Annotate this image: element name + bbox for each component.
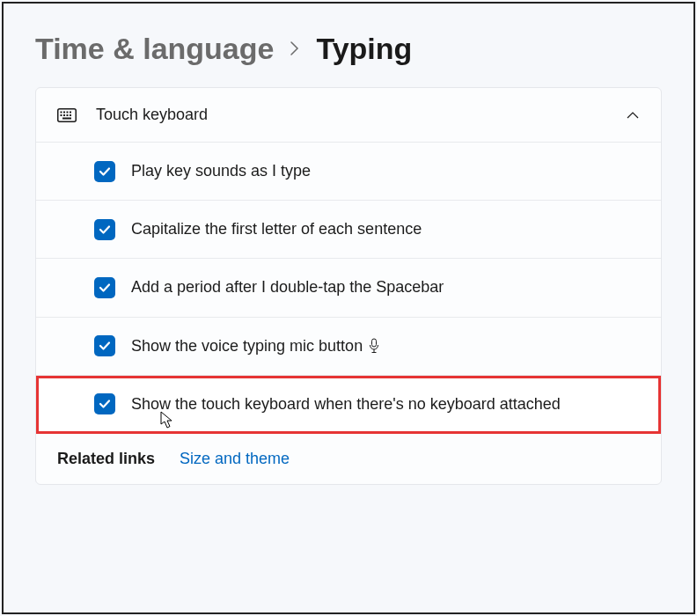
option-label: Show the voice typing mic button xyxy=(131,335,380,357)
svg-rect-2 xyxy=(63,111,65,113)
svg-rect-9 xyxy=(62,117,71,119)
option-show-voice-typing-mic[interactable]: Show the voice typing mic button xyxy=(36,318,661,376)
svg-rect-10 xyxy=(372,339,377,347)
option-label: Capitalize the first letter of each sent… xyxy=(131,218,422,240)
option-label: Add a period after I double-tap the Spac… xyxy=(131,276,444,298)
checkbox-show-voice-typing-mic[interactable] xyxy=(94,335,115,356)
keyboard-icon xyxy=(57,108,77,122)
svg-rect-6 xyxy=(63,114,65,116)
chevron-right-icon xyxy=(290,37,300,62)
checkbox-add-period-double-tap[interactable] xyxy=(94,277,115,298)
svg-rect-1 xyxy=(61,111,62,113)
option-label: Play key sounds as I type xyxy=(131,160,311,182)
section-title: Touch keyboard xyxy=(96,106,626,124)
svg-rect-8 xyxy=(70,114,71,116)
breadcrumb-parent[interactable]: Time & language xyxy=(35,32,274,66)
checkbox-play-key-sounds[interactable] xyxy=(94,161,115,182)
related-links-label: Related links xyxy=(57,450,155,468)
related-links-row: Related links Size and theme xyxy=(36,434,661,484)
svg-rect-7 xyxy=(67,114,69,116)
settings-panel: Touch keyboard Play key sounds as I type… xyxy=(35,87,662,485)
option-show-touch-keyboard-no-keyboard[interactable]: Show the touch keyboard when there's no … xyxy=(36,376,661,434)
svg-rect-5 xyxy=(61,114,62,116)
option-capitalize-first-letter[interactable]: Capitalize the first letter of each sent… xyxy=(36,201,661,259)
size-and-theme-link[interactable]: Size and theme xyxy=(180,450,290,468)
microphone-icon xyxy=(368,338,380,354)
svg-rect-3 xyxy=(67,111,69,113)
option-label: Show the touch keyboard when there's no … xyxy=(131,393,561,415)
checkbox-capitalize-first-letter[interactable] xyxy=(94,219,115,240)
breadcrumb-current: Typing xyxy=(316,32,412,66)
chevron-up-icon xyxy=(626,108,640,122)
touch-keyboard-section-header[interactable]: Touch keyboard xyxy=(36,88,661,143)
svg-rect-4 xyxy=(70,111,71,113)
breadcrumb: Time & language Typing xyxy=(35,32,662,66)
option-play-key-sounds[interactable]: Play key sounds as I type xyxy=(36,143,661,201)
checkbox-show-touch-keyboard-no-keyboard[interactable] xyxy=(94,393,115,414)
option-add-period-double-tap[interactable]: Add a period after I double-tap the Spac… xyxy=(36,259,661,317)
